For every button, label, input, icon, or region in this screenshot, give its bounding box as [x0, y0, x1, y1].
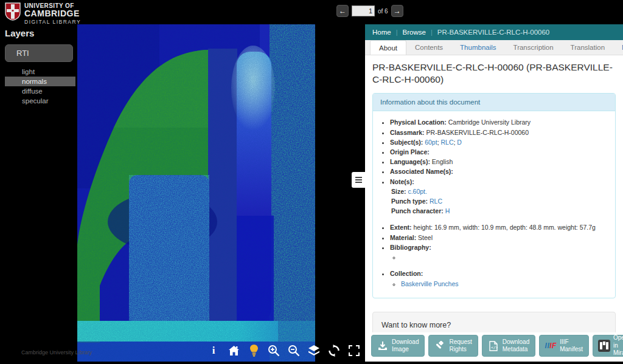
bibliography-empty-item [401, 253, 608, 262]
info-panel: Information about this document Physical… [372, 93, 616, 298]
size-link[interactable]: c.60pt. [408, 188, 427, 195]
bottom-strip [0, 362, 623, 364]
meta-languages: Language(s): English [390, 157, 608, 167]
collection-item: Baskerville Punches [401, 280, 608, 289]
subject-link[interactable]: RLC [440, 139, 453, 146]
meta-material: Material: Steel [390, 233, 608, 242]
download-image-button[interactable]: DownloadImage [371, 335, 425, 357]
tab-contents[interactable]: Contents [406, 40, 451, 55]
tab-bar: About Contents Thumbnails Transcription … [365, 40, 623, 55]
tab-translation[interactable]: Translation [562, 40, 613, 55]
punch-type-link[interactable]: RLC [430, 197, 442, 205]
meta-subjects: Subject(s): 60pt; RLC; D [390, 138, 608, 147]
iiif-logo-icon: IIIF [545, 340, 556, 351]
tab-more[interactable]: More [613, 40, 623, 55]
cambridge-digital-library-app: UNIVERSITY OF CAMBRIDGE DIGITAL LIBRARY … [0, 0, 623, 364]
fullscreen-icon[interactable] [348, 345, 360, 357]
layer-item-normals[interactable]: normals [5, 77, 75, 86]
viewer-watermark: Cambridge University Library [21, 349, 92, 355]
layers-panel-title: Layers [5, 28, 73, 38]
page-number-input[interactable] [352, 5, 375, 16]
zoom-in-icon[interactable] [268, 345, 280, 357]
tab-thumbnails[interactable]: Thumbnails [451, 40, 504, 55]
info-panel-heading: Information about this document [373, 94, 615, 111]
layer-group-rti[interactable]: RTI [5, 44, 73, 62]
meta-origin-place: Origin Place: [390, 148, 608, 157]
request-rights-button[interactable]: RequestRights [428, 335, 478, 357]
rti-normals-image[interactable] [77, 24, 315, 362]
breadcrumb-separator: | [396, 29, 398, 36]
breadcrumb-home[interactable]: Home [372, 29, 391, 36]
want-to-know-more-box: Want to know more? Under the 'More' menu… [372, 312, 616, 335]
svg-text:</>: </> [491, 345, 498, 349]
site-logo[interactable]: UNIVERSITY OF CAMBRIDGE DIGITAL LIBRARY [5, 2, 81, 25]
brand-line2: CAMBRIDGE [24, 9, 81, 18]
meta-bibliography: Bibliography: [390, 243, 608, 262]
tab-about[interactable]: About [370, 40, 406, 55]
info-icon[interactable]: i [207, 345, 220, 357]
meta-note-size: Size: c.60pt. [391, 187, 608, 196]
page-count-label: of 6 [378, 8, 388, 15]
gavel-icon [434, 340, 445, 351]
tab-transcription[interactable]: Transcription [505, 40, 562, 55]
rotate-icon[interactable] [328, 345, 340, 357]
mirador-logo-icon [599, 340, 610, 351]
meta-collection: Collection: Baskerville Punches [390, 269, 608, 288]
hamburger-icon [355, 176, 362, 184]
info-panel-body: Physical Location: Cambridge University … [373, 111, 615, 298]
open-in-mirador-button[interactable]: Open inMirador [593, 335, 623, 357]
breadcrumb-browse[interactable]: Browse [403, 29, 426, 36]
breadcrumb: Home | Browse | PR-BASKERVILLE-C-RLC-H-0… [365, 24, 623, 40]
meta-associated-names: Associated Name(s): [390, 167, 608, 176]
collection-link[interactable]: Baskerville Punches [401, 280, 459, 287]
brand-text: UNIVERSITY OF CAMBRIDGE DIGITAL LIBRARY [24, 2, 81, 25]
zoom-out-icon[interactable] [288, 345, 300, 357]
punch-character-link[interactable]: H [445, 207, 450, 215]
image-viewer[interactable]: Layers RTI light normals diffuse specula… [0, 24, 365, 362]
meta-notes: Note(s): Size: c.60pt. Punch type: RLC P… [390, 177, 608, 216]
panel-toggle-button[interactable] [352, 172, 365, 188]
want-to-know-more-title: Want to know more? [381, 321, 607, 329]
subject-link[interactable]: D [457, 139, 462, 146]
home-icon[interactable] [228, 345, 240, 357]
breadcrumb-separator: | [431, 29, 433, 36]
lightbulb-icon[interactable] [248, 345, 260, 357]
previous-page-button[interactable]: ← [336, 5, 349, 17]
layer-item-specular[interactable]: specular [5, 96, 73, 106]
download-icon [377, 340, 388, 351]
subject-link[interactable]: 60pt [425, 139, 437, 146]
document-info-panel: Home | Browse | PR-BASKERVILLE-C-RLC-H-0… [365, 24, 623, 362]
breadcrumb-current-item: PR-BASKERVILLE-C-RLC-H-00060 [437, 29, 550, 36]
meta-physical-location: Physical Location: Cambridge University … [390, 118, 608, 127]
action-button-bar: DownloadImage RequestRights </> Download… [365, 332, 623, 359]
viewer-toolbar: i [207, 345, 360, 357]
layer-item-diffuse[interactable]: diffuse [5, 86, 73, 96]
panel-content[interactable]: PR-BASKERVILLE-C-RLC-H-00060 (PR-BASKERV… [365, 55, 623, 335]
file-code-icon: </> [488, 340, 499, 351]
meta-extent: Extent: height: 16.9 mm, width: 10.9 mm,… [390, 223, 608, 232]
meta-classmark: Classmark: PR-BASKERVILLE-C-RLC-H-00060 [390, 128, 608, 137]
layers-toggle-icon[interactable] [308, 345, 320, 357]
meta-note-punch-type: Punch type: RLC [391, 197, 608, 206]
next-page-button[interactable]: → [391, 5, 403, 17]
iiif-manifest-button[interactable]: IIIF IIIFManifest [539, 335, 589, 357]
cambridge-shield-icon [5, 2, 21, 21]
meta-note-punch-character: Punch character: H [391, 207, 608, 216]
page-navigation: ← of 6 → [336, 5, 403, 17]
layers-panel: Layers RTI light normals diffuse specula… [0, 24, 78, 109]
layer-item-light[interactable]: light [5, 67, 73, 77]
download-metadata-button[interactable]: </> DownloadMetadata [482, 335, 535, 357]
top-bar: UNIVERSITY OF CAMBRIDGE DIGITAL LIBRARY … [0, 0, 623, 24]
document-title: PR-BASKERVILLE-C-RLC-H-00060 (PR-BASKERV… [372, 61, 616, 86]
